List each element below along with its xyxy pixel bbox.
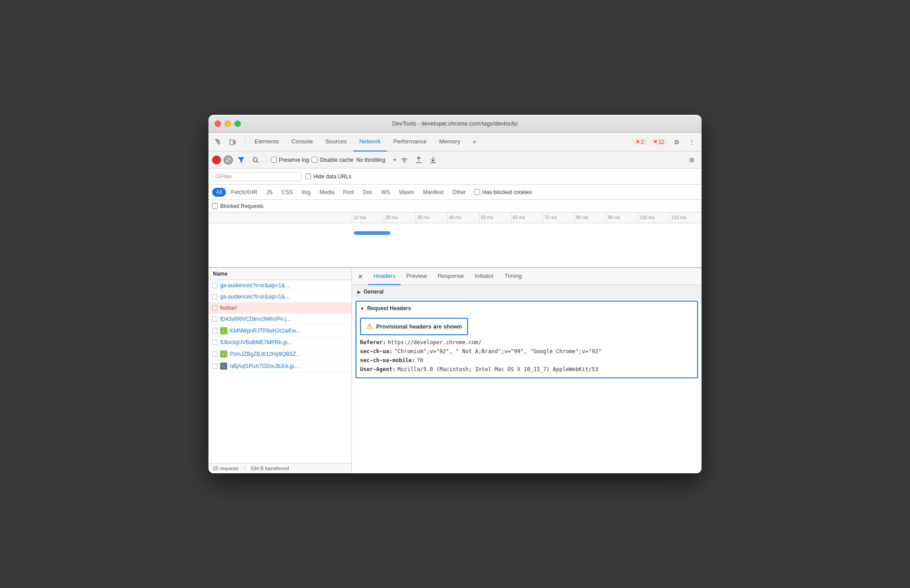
request-item-6[interactable]: 53luclsjUVBaBME7MPRb.jp...: [208, 337, 351, 348]
request-item-5[interactable]: ▪ KMNWpnRJTP6eHJs1wEw...: [208, 325, 351, 337]
type-btn-media[interactable]: Media: [316, 188, 338, 197]
tick-100: 100 ms: [638, 212, 670, 223]
tab-sources[interactable]: Sources: [319, 133, 353, 151]
type-btn-css[interactable]: CSS: [277, 188, 297, 197]
filter-input-wrap[interactable]: [212, 172, 302, 181]
download-icon[interactable]: [427, 154, 439, 166]
detail-tab-initiator[interactable]: Initiator: [469, 268, 499, 285]
detail-close-button[interactable]: ✕: [355, 272, 365, 281]
detail-tab-response[interactable]: Response: [432, 268, 469, 285]
settings-icon[interactable]: ⚙: [670, 136, 683, 148]
header-key-sec-ch-ua-mobile: sec-ch-ua-mobile:: [360, 357, 415, 363]
waterfall-area: [208, 223, 702, 268]
detail-tab-headers[interactable]: Headers: [368, 268, 401, 285]
requests-list: ga-audiences?t=sr&aip=1&... ga-audiences…: [208, 280, 351, 463]
request-item-3[interactable]: foobar/: [208, 303, 351, 314]
type-btn-doc[interactable]: Doc: [359, 188, 376, 197]
disable-cache-label[interactable]: Disable cache: [312, 157, 353, 163]
tick-90: 90 ms: [606, 212, 638, 223]
preserve-log-label[interactable]: Preserve log: [271, 157, 309, 163]
header-key-referer: Referer:: [360, 339, 386, 346]
wifi-icon[interactable]: [399, 154, 410, 166]
request-item-1[interactable]: ga-audiences?t=sr&aip=1&...: [208, 280, 351, 291]
throttle-select[interactable]: No throttling: [356, 157, 393, 163]
error-badge[interactable]: ✕ 2: [633, 138, 647, 146]
inspect-icon[interactable]: [212, 136, 225, 148]
req-checkbox-4[interactable]: [212, 316, 217, 322]
req-checkbox-6[interactable]: [212, 340, 217, 345]
type-btn-manifest[interactable]: Manifest: [419, 188, 447, 197]
provisional-warning: ⚠ Provisional headers are shown: [360, 318, 468, 335]
req-name-4: fD43v6RiVCDlmo3WhVPe.j...: [220, 316, 348, 322]
tab-console[interactable]: Console: [285, 133, 319, 151]
close-button[interactable]: [215, 121, 221, 127]
tick-110: 110 ms: [670, 212, 702, 223]
blocked-requests-bar: Blocked Requests: [208, 200, 702, 212]
req-checkbox-5[interactable]: [212, 328, 217, 333]
request-item-2[interactable]: ga-audiences?t=sr&aip=1&...: [208, 291, 351, 303]
preserve-log-checkbox[interactable]: [271, 157, 277, 163]
blocked-requests-checkbox[interactable]: [212, 203, 218, 209]
type-btn-ws[interactable]: WS: [377, 188, 394, 197]
hide-data-urls-label[interactable]: Hide data URLs: [305, 173, 351, 180]
tab-more[interactable]: »: [467, 133, 482, 151]
warning-badge[interactable]: ✕ 12: [650, 138, 667, 146]
warning-triangle-icon: ⚠: [366, 322, 373, 331]
req-name-7: PzmJZBgZBJ612Hy8QBSZ...: [230, 351, 348, 357]
toolbar-sep-1: [266, 155, 266, 165]
request-headers-toggle-icon[interactable]: ▼: [360, 306, 364, 311]
throttle-wrapper[interactable]: No throttling: [356, 157, 396, 163]
type-btn-other[interactable]: Other: [448, 188, 470, 197]
type-btn-fetchxhr[interactable]: Fetch/XHR: [227, 188, 261, 197]
svg-rect-0: [230, 140, 234, 145]
general-section-header[interactable]: ▶ General: [352, 285, 702, 299]
filter-input[interactable]: [220, 173, 299, 180]
general-section-title: General: [364, 289, 384, 295]
minimize-button[interactable]: [225, 121, 231, 127]
detail-tab-preview[interactable]: Preview: [401, 268, 432, 285]
tab-performance[interactable]: Performance: [387, 133, 433, 151]
filter-icon[interactable]: [235, 154, 247, 166]
request-item-8[interactable]: − nBjAqf1PuX7O2nvJbJck.jp...: [208, 360, 351, 372]
tab-elements[interactable]: Elements: [248, 133, 285, 151]
hide-data-urls-checkbox[interactable]: [305, 173, 311, 179]
detail-tab-timing[interactable]: Timing: [499, 268, 528, 285]
disable-cache-checkbox[interactable]: [312, 157, 317, 163]
type-btn-all[interactable]: All: [212, 188, 226, 197]
upload-icon[interactable]: [413, 154, 425, 166]
blocked-requests-label[interactable]: Blocked Requests: [212, 203, 264, 209]
type-btn-font[interactable]: Font: [339, 188, 358, 197]
status-bar: 25 requests | 594 B transferred: [208, 463, 351, 473]
header-value-sec-ch-ua: "Chromium";v="92", " Not A;Brand";v="99"…: [394, 348, 601, 355]
more-options-icon[interactable]: ⋮: [685, 136, 698, 148]
request-item-4[interactable]: fD43v6RiVCDlmo3WhVPe.j...: [208, 314, 351, 325]
req-checkbox-2[interactable]: [212, 294, 217, 299]
fullscreen-button[interactable]: [234, 121, 241, 127]
type-btn-wasm[interactable]: Wasm: [395, 188, 418, 197]
requests-count: 25 requests: [213, 466, 238, 471]
network-settings-icon[interactable]: ⚙: [685, 154, 698, 166]
req-icon-7: ▪: [220, 350, 227, 358]
filter-search-icon: [215, 174, 220, 179]
type-btn-img[interactable]: Img: [298, 188, 315, 197]
request-item-7[interactable]: ▪ PzmJZBgZBJ612Hy8QBSZ...: [208, 348, 351, 360]
has-blocked-cookies-checkbox[interactable]: [474, 189, 480, 195]
search-icon[interactable]: [250, 154, 261, 166]
req-checkbox-7[interactable]: [212, 351, 217, 357]
clear-button[interactable]: [224, 156, 233, 164]
tab-divider-1: [245, 137, 246, 147]
type-btn-js[interactable]: JS: [262, 188, 277, 197]
record-button[interactable]: [212, 156, 221, 164]
detail-panel: ✕ Headers Preview Response Initiator Tim…: [352, 268, 702, 473]
req-checkbox-3[interactable]: [212, 305, 217, 311]
has-blocked-cookies-label[interactable]: Has blocked cookies: [474, 189, 532, 195]
req-checkbox-1[interactable]: [212, 283, 217, 288]
header-value-user-agent: Mozilla/5.0 (Macintosh; Intel Mac OS X 1…: [397, 366, 598, 372]
tab-network[interactable]: Network: [353, 133, 387, 151]
svg-line-5: [257, 161, 259, 163]
device-icon[interactable]: [226, 136, 239, 148]
tick-40: 40 ms: [447, 212, 479, 223]
svg-line-8: [219, 177, 220, 178]
req-checkbox-8[interactable]: [212, 363, 217, 369]
tab-memory[interactable]: Memory: [433, 133, 467, 151]
